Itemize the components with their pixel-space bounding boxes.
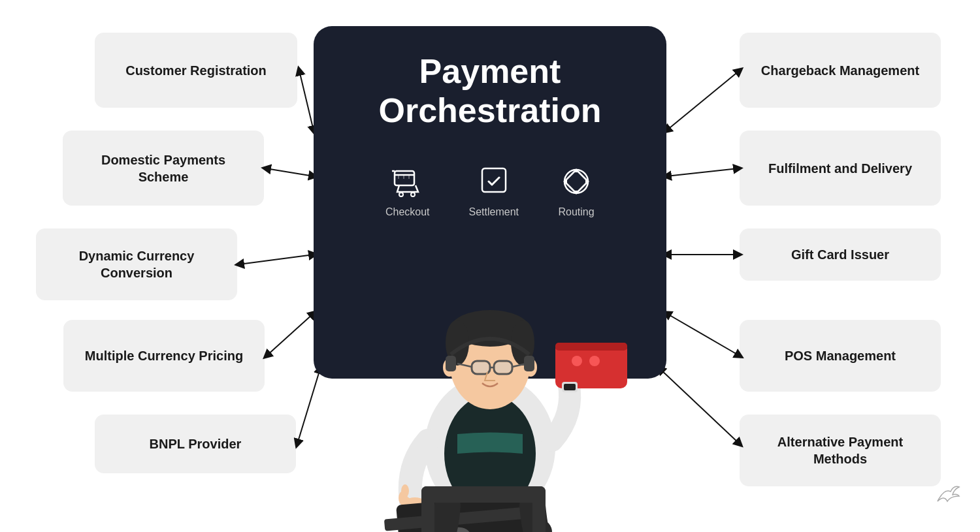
- label-dynamic-currency: Dynamic Currency Conversion: [36, 228, 237, 300]
- routing-label: Routing: [558, 206, 594, 218]
- svg-rect-39: [446, 356, 456, 371]
- label-multiple-currency: Multiple Currency Pricing: [63, 320, 265, 392]
- svg-line-14: [299, 70, 314, 131]
- label-bnpl: BNPL Provider: [95, 415, 296, 473]
- svg-rect-57: [421, 486, 546, 503]
- svg-point-44: [401, 484, 409, 497]
- character-illustration: [320, 258, 660, 532]
- svg-rect-34: [495, 362, 511, 373]
- svg-line-19: [666, 70, 740, 131]
- settlement-icon: [476, 163, 512, 200]
- settlement-icon-item: Settlement: [469, 163, 519, 218]
- svg-line-22: [666, 313, 740, 356]
- routing-icon: [558, 163, 595, 200]
- svg-line-15: [266, 168, 314, 176]
- svg-rect-52: [555, 343, 627, 351]
- settlement-label: Settlement: [469, 206, 519, 218]
- label-fulfilment: Fulfilment and Delivery: [740, 131, 941, 206]
- label-domestic-payments: Domestic Payments Scheme: [63, 131, 264, 206]
- svg-rect-40: [524, 356, 534, 371]
- svg-line-23: [660, 369, 740, 444]
- svg-line-20: [666, 168, 738, 176]
- svg-rect-0: [395, 171, 414, 185]
- checkout-icon: [389, 163, 426, 200]
- svg-rect-54: [564, 384, 576, 390]
- svg-line-17: [267, 313, 314, 356]
- svg-point-5: [564, 170, 588, 193]
- orchestration-title: PaymentOrchestration: [379, 52, 602, 131]
- label-pos: POS Management: [740, 320, 941, 392]
- svg-line-16: [239, 255, 314, 264]
- routing-icon-item: Routing: [558, 163, 595, 218]
- svg-point-50: [572, 356, 582, 366]
- svg-point-51: [589, 356, 600, 366]
- svg-line-18: [297, 369, 320, 444]
- checkout-label: Checkout: [385, 206, 430, 218]
- center-icons-row: Checkout Settlement: [385, 163, 595, 218]
- label-chargeback: Chargeback Management: [740, 33, 941, 108]
- label-customer-registration: Customer Registration: [95, 33, 297, 108]
- svg-point-2: [399, 193, 403, 196]
- svg-point-3: [411, 193, 415, 196]
- svg-rect-33: [473, 362, 489, 373]
- page-container: PaymentOrchestration Checkout: [0, 0, 980, 532]
- label-giftcard: Gift Card Issuer: [740, 228, 941, 281]
- checkout-icon-item: Checkout: [385, 163, 430, 218]
- svg-rect-4: [482, 168, 506, 192]
- bird-watermark: [934, 482, 960, 512]
- label-apm: Alternative Payment Methods: [740, 415, 941, 486]
